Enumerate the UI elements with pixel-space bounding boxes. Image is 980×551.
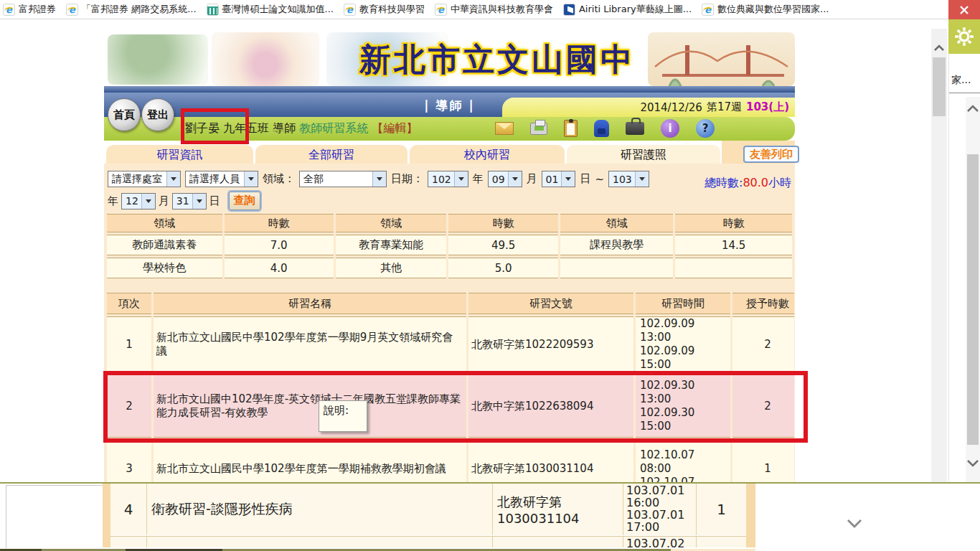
row-doc: 北教研字第1022209593	[468, 316, 633, 372]
person-select[interactable]: 請選擇人員	[185, 171, 258, 187]
ie-icon: e	[66, 4, 78, 16]
to-month-select[interactable]: 12	[121, 193, 156, 209]
printer-icon[interactable]	[530, 123, 547, 135]
band-white-area	[6, 485, 103, 548]
gear-icon	[954, 27, 974, 47]
semester-label: 103(上)	[746, 100, 789, 114]
favorite-item-edtech[interactable]: e 教育科技與學習	[344, 3, 425, 16]
favorite-item-digital-archives[interactable]: e 數位典藏與數位學習國家...	[702, 3, 829, 16]
annotation-box-row2	[103, 371, 808, 443]
col-name: 研習名稱	[154, 293, 466, 314]
tab-training-passport[interactable]: 研習護照	[567, 145, 720, 164]
inner-vertical-scrollbar[interactable]	[966, 97, 980, 482]
scroll-up-arrow[interactable]	[931, 39, 947, 55]
department-select[interactable]: 請選擇處室	[108, 171, 181, 187]
settings-gear-button[interactable]	[948, 19, 980, 54]
row-doc: 北教研字第1030031104	[492, 484, 623, 535]
mail-icon[interactable]	[495, 122, 514, 135]
ie-icon: e	[344, 4, 356, 16]
help-icon[interactable]: ?	[696, 119, 715, 138]
next-row-time: 103.07.02	[623, 537, 696, 547]
tab-training-info[interactable]: 研習資訊	[106, 145, 253, 164]
row-time: 102.09.09 13:00 102.09.09 15:00	[636, 316, 730, 372]
table-row[interactable]: 1 新北市立文山國民中學102學年度第一學期9月英文領域研究會議 北教研字第10…	[107, 316, 794, 372]
from-month-select[interactable]: 09	[488, 171, 522, 187]
chevron-up-icon[interactable]	[966, 104, 980, 113]
edit-link[interactable]: 【編輯】	[372, 121, 418, 135]
chevron-down-icon	[372, 171, 386, 187]
hours-cell	[675, 258, 792, 278]
domain-select[interactable]: 全部	[299, 171, 387, 187]
row-time: 102.10.07 08:00 102.10.07	[636, 440, 730, 482]
filter-row-2: 年 12 月 31 日 查詢	[108, 192, 260, 210]
favorite-label: 臺灣博碩士論文知識加值...	[222, 3, 334, 16]
system-link[interactable]: 教師研習系統	[299, 121, 368, 135]
tab-school-training[interactable]: 校內研習	[410, 145, 565, 164]
col-time: 研習時間	[636, 293, 730, 314]
col-no: 項次	[107, 293, 151, 314]
month-suffix: 月	[159, 194, 169, 208]
chevron-up-icon	[934, 44, 944, 51]
screen: e 富邦證券 e 「富邦證券 網路交易系統... 臺灣博碩士論文知識加值... …	[0, 0, 980, 551]
chevron-down-icon[interactable]	[845, 518, 864, 529]
table-row[interactable]: 3 新北市立文山國民中學102學年度第一學期補救教學期初會議 北教研字第1030…	[107, 440, 794, 482]
logout-button[interactable]: 登出	[141, 98, 174, 131]
favorite-item-ndltd[interactable]: 臺灣博碩士論文知識加值...	[207, 3, 334, 16]
chevron-down-icon	[192, 194, 206, 209]
annotation-box-username	[181, 108, 249, 144]
scrollbar-thumb[interactable]	[967, 154, 979, 445]
home-button[interactable]: 首頁	[108, 98, 141, 131]
banner-illustration-pond	[108, 34, 208, 85]
row-time: 103.07.01 16:00 103.07.01 17:00	[623, 484, 696, 535]
query-button[interactable]: 查詢	[229, 192, 260, 210]
col-hours: 授予時數	[732, 293, 794, 314]
filter-row-1: 請選擇處室 請選擇人員 領域： 全部 日期： 102 年 09 月 01 日 ~…	[108, 171, 649, 187]
row-hours: 2	[732, 316, 794, 372]
info-icon[interactable]: i	[661, 119, 679, 138]
museum-icon	[207, 4, 219, 16]
favorite-label: 富邦證券	[19, 3, 56, 16]
favorite-item-airiti[interactable]: Airiti Library華藝線上圖...	[563, 3, 692, 16]
backpack-icon[interactable]	[594, 120, 609, 137]
hours-header: 時數	[225, 214, 334, 232]
banner-illustration-bridge	[648, 32, 795, 86]
row-name: 新北市立文山國民中學102學年度第一學期補救教學期初會議	[154, 440, 466, 482]
hours-cell: 5.0	[448, 258, 557, 278]
close-button[interactable]	[948, 0, 980, 19]
from-day-select[interactable]: 01	[542, 171, 576, 187]
col-doc: 研習文號	[468, 293, 633, 314]
row-hours: 1	[732, 440, 794, 482]
domain-cell: 學校特色	[107, 258, 222, 278]
band-left-strip	[103, 484, 110, 547]
next-row-cell	[492, 537, 623, 547]
domain-cell: 教師通識素養	[107, 235, 222, 255]
clipboard-icon[interactable]	[564, 120, 578, 137]
tab-all-training[interactable]: 全部研習	[255, 145, 407, 164]
row-name[interactable]: 衛教研習-談隱形性疾病	[146, 484, 492, 535]
from-year-select[interactable]: 102	[428, 171, 468, 187]
to-day-select[interactable]: 31	[172, 193, 207, 209]
summary-row: 教師通識素養 7.0 教育專業知能 49.5 課程與教學 14.5	[107, 235, 792, 255]
domain-cell	[560, 258, 674, 278]
hours-cell: 4.0	[225, 258, 334, 278]
chevron-down-icon	[166, 171, 180, 187]
favorite-label: 「富邦證券 網路交易系統...	[82, 3, 197, 16]
favorite-item-fubon[interactable]: e 富邦證券	[3, 3, 56, 16]
chevron-down-icon[interactable]	[966, 459, 980, 468]
school-banner: 新北市立文山國中	[104, 32, 795, 86]
next-row-cell	[146, 537, 492, 547]
scrollbar-thumb[interactable]	[933, 57, 946, 116]
chevron-down-icon	[508, 171, 522, 187]
favorite-item-fubon-trade[interactable]: e 「富邦證券 網路交易系統...	[66, 3, 197, 16]
briefcase-icon[interactable]	[626, 122, 644, 135]
hours-header: 時數	[675, 214, 792, 232]
hours-header: 時數	[448, 214, 557, 232]
domain-header: 領域	[107, 214, 222, 232]
tilde: ~	[595, 173, 604, 186]
records-header-row: 項次 研習名稱 研習文號 研習時間 授予時數	[107, 293, 794, 314]
row-no: 3	[107, 440, 151, 482]
outer-vertical-scrollbar[interactable]	[931, 29, 947, 482]
row-doc: 北教研字第1030031104	[468, 440, 633, 482]
friendly-print-button[interactable]: 友善列印	[743, 146, 799, 163]
favorite-item-cite[interactable]: e 中華資訊與科技教育學會	[435, 3, 553, 16]
